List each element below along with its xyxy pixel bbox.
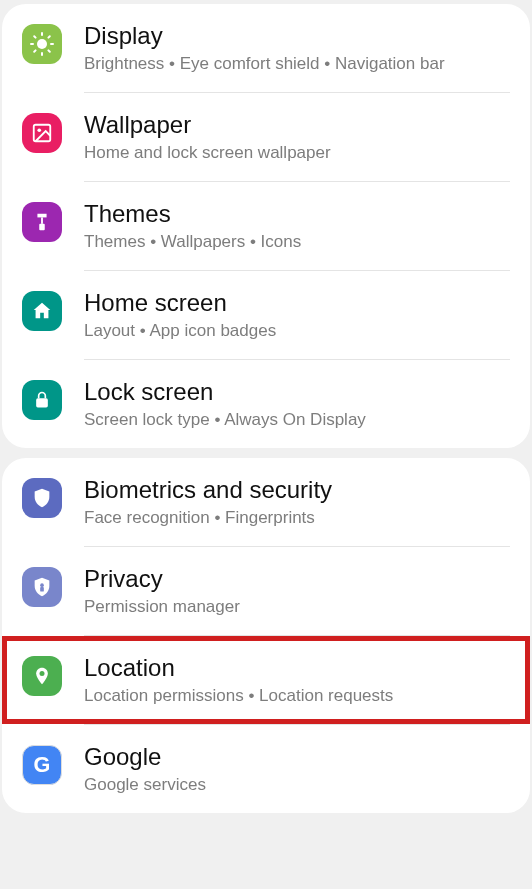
location-pin-icon <box>22 656 62 696</box>
item-title: Wallpaper <box>84 111 510 139</box>
item-title: Display <box>84 22 510 50</box>
svg-line-7 <box>34 50 35 51</box>
google-icon: G <box>22 745 62 785</box>
settings-section-display: Display Brightness • Eye comfort shield … <box>2 4 530 448</box>
item-subtitle: Brightness • Eye comfort shield • Naviga… <box>84 54 510 74</box>
item-subtitle: Google services <box>84 775 510 795</box>
item-subtitle: Themes • Wallpapers • Icons <box>84 232 510 252</box>
settings-section-security: Biometrics and security Face recognition… <box>2 458 530 813</box>
settings-item-privacy[interactable]: Privacy Permission manager <box>2 547 530 635</box>
svg-rect-15 <box>40 587 44 592</box>
paint-icon <box>22 202 62 242</box>
item-title: Lock screen <box>84 378 510 406</box>
item-content: Home screen Layout • App icon badges <box>84 289 510 341</box>
settings-item-themes[interactable]: Themes Themes • Wallpapers • Icons <box>2 182 530 270</box>
svg-point-0 <box>37 39 47 49</box>
image-icon <box>22 113 62 153</box>
item-title: Location <box>84 654 510 682</box>
item-content: Lock screen Screen lock type • Always On… <box>84 378 510 430</box>
item-content: Privacy Permission manager <box>84 565 510 617</box>
item-title: Home screen <box>84 289 510 317</box>
svg-point-16 <box>40 671 45 676</box>
item-content: Location Location permissions • Location… <box>84 654 510 706</box>
item-content: Google Google services <box>84 743 510 795</box>
svg-line-4 <box>48 50 49 51</box>
settings-item-home-screen[interactable]: Home screen Layout • App icon badges <box>2 271 530 359</box>
item-subtitle: Face recognition • Fingerprints <box>84 508 510 528</box>
item-subtitle: Permission manager <box>84 597 510 617</box>
item-content: Wallpaper Home and lock screen wallpaper <box>84 111 510 163</box>
item-title: Privacy <box>84 565 510 593</box>
svg-rect-11 <box>41 217 43 223</box>
settings-item-wallpaper[interactable]: Wallpaper Home and lock screen wallpaper <box>2 93 530 181</box>
settings-item-biometrics[interactable]: Biometrics and security Face recognition… <box>2 458 530 546</box>
item-content: Display Brightness • Eye comfort shield … <box>84 22 510 74</box>
svg-point-10 <box>37 128 41 132</box>
item-subtitle: Screen lock type • Always On Display <box>84 410 510 430</box>
lock-icon <box>22 380 62 420</box>
settings-item-lock-screen[interactable]: Lock screen Screen lock type • Always On… <box>2 360 530 448</box>
settings-item-google[interactable]: G Google Google services <box>2 725 530 813</box>
svg-line-3 <box>34 36 35 37</box>
sun-icon <box>22 24 62 64</box>
item-title: Google <box>84 743 510 771</box>
item-subtitle: Layout • App icon badges <box>84 321 510 341</box>
svg-rect-12 <box>39 224 45 230</box>
item-subtitle: Home and lock screen wallpaper <box>84 143 510 163</box>
home-icon <box>22 291 62 331</box>
settings-item-location[interactable]: Location Location permissions • Location… <box>2 636 530 724</box>
item-title: Themes <box>84 200 510 228</box>
settings-item-display[interactable]: Display Brightness • Eye comfort shield … <box>2 4 530 92</box>
privacy-shield-icon <box>22 567 62 607</box>
item-content: Themes Themes • Wallpapers • Icons <box>84 200 510 252</box>
item-title: Biometrics and security <box>84 476 510 504</box>
svg-text:G: G <box>34 752 51 777</box>
item-subtitle: Location permissions • Location requests <box>84 686 510 706</box>
svg-rect-13 <box>36 398 48 407</box>
svg-point-14 <box>40 583 44 587</box>
item-content: Biometrics and security Face recognition… <box>84 476 510 528</box>
svg-line-8 <box>48 36 49 37</box>
shield-icon <box>22 478 62 518</box>
